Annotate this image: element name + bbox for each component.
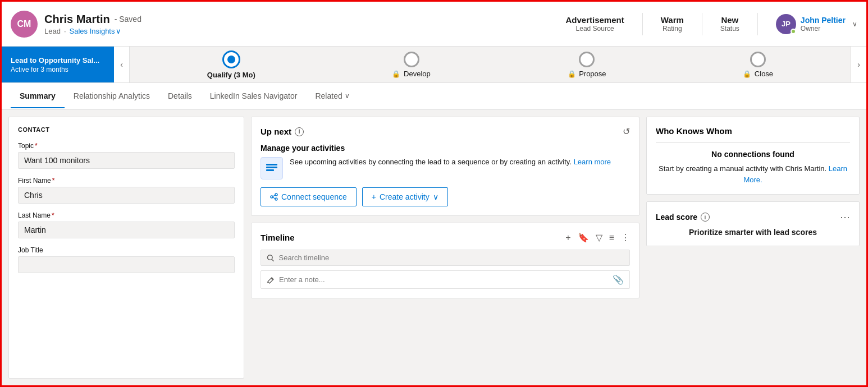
note-pencil-icon (267, 276, 275, 284)
middle-panel: Up next i ↺ Manage your activities (251, 117, 639, 379)
connect-sequence-button[interactable]: Connect sequence (261, 187, 357, 206)
who-knows-whom-title: Who Knows Whom (656, 126, 850, 136)
header-title-block: Chris Martin - Saved Lead · Sales Insigh… (44, 13, 141, 35)
last-name-input[interactable] (18, 222, 235, 238)
left-panel: CONTACT Topic* First Name* Last Name* (8, 117, 244, 379)
header-dot: · (64, 27, 66, 35)
stage-close[interactable]: 🔒 Close (743, 52, 773, 78)
rating-meta: Warm Rating (661, 15, 684, 33)
owner-block[interactable]: JP John Peltier Owner ∨ (776, 14, 857, 34)
lead-source-label: Lead Source (576, 25, 614, 33)
owner-info: John Peltier Owner (801, 16, 846, 33)
create-activity-button[interactable]: + Create activity ∨ (362, 187, 448, 206)
status-value: New (721, 15, 738, 25)
paperclip-icon[interactable]: 📎 (613, 274, 624, 285)
stage-qualify[interactable]: Qualify (3 Mo) (207, 50, 255, 79)
tab-linkedin[interactable]: LinkedIn Sales Navigator (201, 85, 307, 108)
avatar-cm: CM (11, 11, 38, 38)
header: CM Chris Martin - Saved Lead · Sales Ins… (2, 2, 866, 47)
lead-score-menu-button[interactable]: ⋯ (840, 211, 850, 223)
owner-label: Owner (801, 25, 846, 33)
svg-point-5 (275, 198, 277, 200)
topic-label: Topic* (18, 142, 235, 150)
timeline-card: Timeline + 🔖 ▽ ≡ ⋮ (251, 223, 639, 298)
status-label: Status (720, 25, 739, 33)
sales-insights-link[interactable]: Sales Insights ∨ (70, 27, 122, 35)
owner-name: John Peltier (801, 16, 846, 25)
main-content: CONTACT Topic* First Name* Last Name* (2, 110, 866, 385)
activities-list-icon (265, 162, 278, 175)
stage-develop-label: 🔒 Develop (392, 70, 430, 78)
header-name: Chris Martin - Saved (44, 13, 141, 26)
topic-field-group: Topic* (18, 142, 235, 169)
timeline-search-wrap (261, 250, 630, 266)
stage-close-label: 🔒 Close (743, 70, 773, 78)
svg-rect-0 (266, 164, 277, 165)
timeline-filter-button[interactable]: ▽ (596, 232, 602, 243)
process-active-label: Lead to Opportunity Sal... Active for 3 … (2, 47, 114, 82)
svg-line-9 (272, 259, 273, 261)
tabs-bar: Summary Relationship Analytics Details L… (2, 83, 866, 110)
online-indicator (791, 29, 796, 34)
create-activity-label: Create activity (380, 192, 430, 201)
status-meta: New Status (720, 15, 739, 33)
lead-source-meta: Advertisement Lead Source (566, 15, 624, 33)
process-next-button[interactable]: › (851, 47, 866, 82)
sales-insights-label: Sales Insights (70, 27, 115, 35)
stage-develop[interactable]: 🔒 Develop (392, 52, 430, 78)
process-prev-button[interactable]: ‹ (114, 47, 130, 82)
svg-rect-2 (266, 169, 274, 171)
activity-description: See upcoming activities by connecting th… (290, 157, 611, 167)
refresh-icon[interactable]: ↺ (623, 126, 630, 137)
svg-line-7 (273, 197, 275, 199)
process-active-duration: Active for 3 months (11, 66, 105, 73)
timeline-search-icon (267, 254, 275, 262)
contact-section-title: CONTACT (18, 126, 235, 133)
manage-activities-title: Manage your activities (261, 144, 630, 153)
timeline-title: Timeline (261, 233, 295, 242)
lead-score-info-icon[interactable]: i (701, 213, 710, 222)
activity-icon-block (261, 157, 283, 179)
svg-point-4 (275, 194, 277, 196)
connect-sequence-icon (270, 193, 278, 201)
timeline-bookmark-button[interactable]: 🔖 (578, 232, 589, 243)
timeline-add-button[interactable]: + (565, 233, 570, 243)
wkw-description: Start by creating a manual activity with… (656, 163, 850, 185)
meta-divider-3 (757, 13, 758, 35)
first-name-input[interactable] (18, 187, 235, 204)
timeline-more-button[interactable]: ⋮ (621, 232, 630, 243)
sales-insights-chevron: ∨ (116, 27, 121, 35)
timeline-search-input[interactable] (279, 254, 624, 262)
job-title-field-group: Job Title (18, 246, 235, 273)
process-active-name: Lead to Opportunity Sal... (11, 56, 105, 64)
last-name-field-group: Last Name* (18, 211, 235, 238)
tab-relationship-analytics[interactable]: Relationship Analytics (65, 85, 159, 108)
stage-close-circle (750, 52, 766, 67)
header-meta: Advertisement Lead Source Warm Rating Ne… (566, 13, 858, 35)
note-input-wrap: 📎 (261, 270, 630, 289)
up-next-card: Up next i ↺ Manage your activities (251, 117, 639, 216)
meta-divider-1 (642, 13, 643, 35)
tab-related[interactable]: Related ∨ (306, 85, 358, 108)
related-chevron-icon: ∨ (345, 92, 350, 100)
process-bar: Lead to Opportunity Sal... Active for 3 … (2, 47, 866, 83)
last-name-label: Last Name* (18, 211, 235, 219)
learn-more-link[interactable]: Learn more (574, 158, 611, 166)
up-next-label: Up next (261, 127, 291, 136)
topic-required: * (35, 142, 38, 150)
lead-score-header: Lead score i ⋯ (656, 211, 850, 223)
stage-propose[interactable]: 🔒 Propose (568, 52, 606, 78)
tab-summary[interactable]: Summary (11, 85, 65, 108)
rating-value: Warm (661, 15, 684, 25)
note-input[interactable] (279, 275, 608, 284)
svg-point-3 (271, 196, 273, 198)
stage-develop-circle (404, 52, 419, 67)
tab-details[interactable]: Details (159, 85, 201, 108)
lead-score-title: Lead score i (656, 213, 710, 222)
job-title-input[interactable] (18, 256, 235, 273)
topic-input[interactable] (18, 152, 235, 169)
timeline-view-button[interactable]: ≡ (609, 233, 614, 243)
record-type: Lead (44, 27, 61, 35)
svg-line-11 (267, 282, 268, 283)
up-next-info-icon[interactable]: i (295, 127, 304, 136)
